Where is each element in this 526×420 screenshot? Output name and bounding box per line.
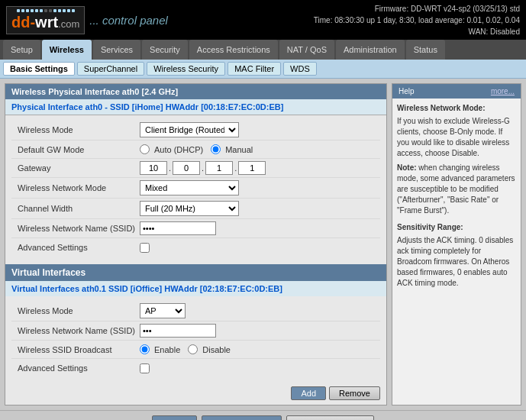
label-virt-ssid-broadcast: Wireless SSID Broadcast: [18, 345, 140, 354]
nav-wireless[interactable]: Wireless: [42, 40, 92, 60]
row-virt-ssid: Wireless Network Name (SSID): [11, 321, 380, 341]
help-note-label: Note:: [397, 163, 417, 172]
virtual-section-header: Virtual Interfaces: [5, 264, 386, 281]
logo-box: dd-wrt.com: [6, 6, 85, 34]
sub-nav: Basic Settings SuperChannel Wireless Sec…: [0, 60, 526, 79]
nav-nat-qos[interactable]: NAT / QoS: [279, 40, 334, 60]
logo-wrt: wrt: [35, 14, 58, 31]
select-channel-width[interactable]: Full (20 MHz) Half (10 MHz) Quarter (5 M…: [140, 201, 239, 216]
nav-setup[interactable]: Setup: [3, 40, 40, 60]
control-default-gw-mode: Auto (DHCP) Manual: [140, 144, 374, 154]
ip-sep-2: .: [202, 163, 204, 173]
select-wireless-mode[interactable]: Client Bridge (Routed) AP Client: [140, 122, 239, 137]
help-wnm-label: Wireless Network Mode:: [397, 104, 486, 112]
remove-button[interactable]: Remove: [329, 386, 380, 400]
subnav-wireless-security[interactable]: Wireless Security: [147, 62, 225, 76]
label-virt-wireless-mode: Wireless Mode: [18, 306, 140, 315]
main-nav: Setup Wireless Services Security Access …: [0, 40, 526, 60]
virtual-interfaces-section: Virtual Interfaces Virtual Interfaces at…: [5, 264, 386, 405]
control-virt-advanced-settings: [140, 363, 374, 373]
control-advanced-settings: [140, 243, 374, 253]
control-ssid: [140, 221, 374, 235]
row-default-gw-mode: Default GW Mode Auto (DHCP) Manual: [11, 141, 380, 159]
logo-dd: dd-: [11, 14, 35, 31]
row-virt-ssid-broadcast: Wireless SSID Broadcast Enable Disable: [11, 341, 380, 359]
subnav-wds[interactable]: WDS: [283, 62, 317, 76]
help-header: Help more...: [392, 84, 521, 99]
virtual-interface-form: Wireless Mode AP Client Wireless Network…: [5, 296, 386, 382]
ip-octet-3[interactable]: [205, 161, 233, 175]
radio-label-disable: Disable: [202, 345, 231, 354]
help-wnm-text: If you wish to exclude Wireless-G client…: [397, 116, 516, 159]
nav-status[interactable]: Status: [406, 40, 445, 60]
label-virt-advanced-settings: Advanced Settings: [18, 363, 140, 373]
content: Wireless Physical Interface ath0 [2.4 GH…: [0, 79, 526, 410]
ip-sep-3: .: [234, 163, 237, 173]
help-panel: Help more... Wireless Network Mode: If y…: [392, 83, 521, 405]
row-gateway: Gateway . . .: [11, 159, 380, 178]
control-wireless-mode: Client Bridge (Routed) AP Client: [140, 122, 374, 137]
help-more-link[interactable]: more...: [491, 87, 515, 95]
select-virt-wireless-mode[interactable]: AP Client: [140, 303, 186, 318]
section-header: Wireless Physical Interface ath0 [2.4 GH…: [5, 84, 386, 99]
label-channel-width: Channel Width: [18, 204, 140, 213]
header: dd-wrt.com ... control panel Firmware: D…: [0, 0, 526, 40]
control-virt-ssid-broadcast: Enable Disable: [140, 344, 374, 354]
bottom-buttons: Save Apply Settings Cancel Changes: [0, 410, 526, 420]
label-advanced-settings: Advanced Settings: [18, 243, 140, 252]
subnav-superchannel[interactable]: SuperChannel: [77, 62, 144, 76]
physical-interface-title: Physical Interface ath0 - SSID [iHome] H…: [5, 99, 386, 115]
label-gateway: Gateway: [18, 163, 140, 173]
row-wireless-mode: Wireless Mode Client Bridge (Routed) AP …: [11, 120, 380, 141]
label-ssid: Wireless Network Name (SSID): [18, 224, 140, 233]
logo-dots: [17, 9, 75, 12]
radio-manual[interactable]: [211, 144, 221, 154]
help-body: Wireless Network Mode: If you wish to ex…: [392, 99, 521, 293]
virtual-interface-title: Virtual Interfaces ath0.1 SSID [iOffice]…: [5, 281, 386, 296]
control-channel-width: Full (20 MHz) Half (10 MHz) Quarter (5 M…: [140, 201, 374, 216]
checkbox-virt-advanced-settings[interactable]: [140, 363, 150, 373]
input-virt-ssid[interactable]: [140, 324, 216, 338]
radio-auto-dhcp[interactable]: [140, 144, 150, 154]
radio-label-auto: Auto (DHCP): [154, 145, 203, 154]
save-button[interactable]: Save: [152, 415, 197, 420]
input-ssid[interactable]: [140, 221, 216, 235]
radio-label-enable: Enable: [154, 345, 180, 354]
logo-com: .com: [58, 18, 79, 30]
control-wireless-network-mode: Mixed B-Only G-Only Disable: [140, 180, 374, 195]
nav-services[interactable]: Services: [93, 40, 140, 60]
add-button[interactable]: Add: [291, 386, 326, 400]
label-default-gw-mode: Default GW Mode: [18, 145, 140, 154]
nav-administration[interactable]: Administration: [336, 40, 405, 60]
row-channel-width: Channel Width Full (20 MHz) Half (10 MHz…: [11, 199, 380, 219]
checkbox-advanced-settings[interactable]: [140, 243, 150, 253]
ip-sep-1: .: [169, 163, 171, 173]
control-virt-wireless-mode: AP Client: [140, 303, 374, 318]
row-advanced-settings: Advanced Settings: [11, 238, 380, 257]
radio-disable-broadcast[interactable]: [188, 344, 198, 354]
row-wireless-network-mode: Wireless Network Mode Mixed B-Only G-Onl…: [11, 178, 380, 199]
physical-interface-form: Wireless Mode Client Bridge (Routed) AP …: [5, 115, 386, 261]
row-virt-advanced-settings: Advanced Settings: [11, 359, 380, 377]
radio-enable-broadcast[interactable]: [140, 344, 150, 354]
control-panel-label: ... control panel: [89, 14, 168, 27]
ip-octet-2[interactable]: [173, 161, 200, 175]
row-virt-wireless-mode: Wireless Mode AP Client: [11, 301, 380, 321]
subnav-basic-settings[interactable]: Basic Settings: [3, 62, 75, 76]
control-virt-ssid: [140, 324, 374, 338]
cancel-changes-button[interactable]: Cancel Changes: [286, 415, 374, 420]
logo-area: dd-wrt.com ... control panel: [6, 6, 168, 34]
subnav-mac-filter[interactable]: MAC Filter: [228, 62, 281, 76]
label-wireless-mode: Wireless Mode: [18, 125, 140, 134]
apply-settings-button[interactable]: Apply Settings: [202, 415, 281, 420]
ip-octet-1[interactable]: [140, 161, 167, 175]
select-wireless-network-mode[interactable]: Mixed B-Only G-Only Disable: [140, 180, 239, 195]
label-virt-ssid: Wireless Network Name (SSID): [18, 326, 140, 335]
ip-octet-4[interactable]: [238, 161, 266, 175]
main-panel: Wireless Physical Interface ath0 [2.4 GH…: [5, 83, 387, 405]
nav-access-restrictions[interactable]: Access Restrictions: [189, 40, 278, 60]
control-gateway: . . .: [140, 161, 374, 175]
nav-security[interactable]: Security: [142, 40, 188, 60]
ip-field: . . .: [140, 161, 266, 175]
row-ssid: Wireless Network Name (SSID): [11, 219, 380, 238]
